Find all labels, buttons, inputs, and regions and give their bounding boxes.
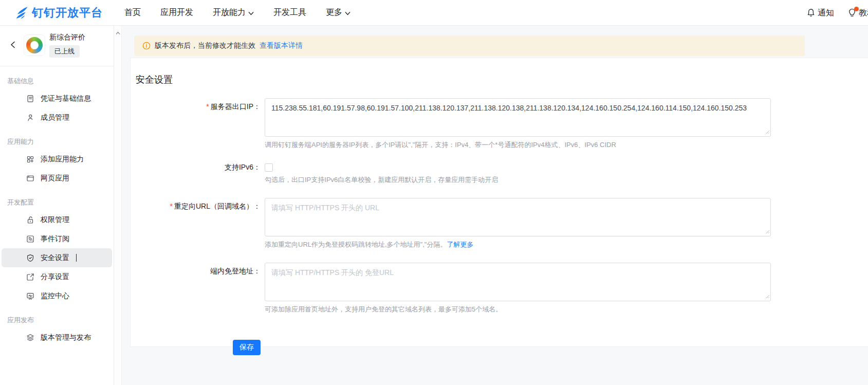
status-badge: 已上线 — [49, 45, 80, 58]
rss-icon — [26, 235, 34, 243]
chevron-left-icon — [10, 41, 16, 50]
sidebar-item-share-settings[interactable]: 分享设置 — [2, 267, 112, 286]
sidebar-item-web-app[interactable]: 网页应用 — [2, 169, 112, 188]
tutorial-button[interactable]: 教程 — [847, 8, 868, 19]
required-asterisk: * — [170, 202, 173, 210]
security-settings-card: 安全设置 *服务器出口IP： 115.238.55.181,60.191.57.… — [130, 58, 868, 347]
banner-text: 版本发布后，当前修改才能生效 — [155, 41, 255, 50]
shield-check-icon — [26, 254, 34, 262]
notification-dot — [854, 7, 859, 11]
sidebar-item-security-settings[interactable]: 安全设置 — [2, 248, 112, 267]
logo-text: 钉钉开放平台 — [32, 5, 103, 21]
required-asterisk: * — [206, 102, 209, 111]
info-icon — [142, 42, 151, 50]
view-version-details-link[interactable]: 查看版本详情 — [260, 41, 303, 50]
bell-icon — [806, 8, 816, 17]
unlock-icon — [26, 216, 34, 224]
redirect-url-help-text: 添加重定向URL作为免登授权码跳转地址,多个地址用","分隔。了解更多 — [265, 240, 771, 249]
nav-item-more[interactable]: 更多 — [326, 7, 350, 18]
member-icon — [26, 114, 34, 122]
topnav-right-tools: 通知 教程 — [806, 0, 868, 26]
chevron-down-icon — [248, 10, 254, 15]
nav-item-app-dev[interactable]: 应用开发 — [160, 7, 193, 18]
share-icon — [26, 273, 34, 281]
text-caret — [76, 254, 77, 262]
chevron-down-icon — [345, 10, 350, 15]
sidebar-item-version-release[interactable]: 版本管理与发布 — [2, 328, 112, 347]
main-content: 版本发布后，当前修改才能生效 查看版本详情 安全设置 *服务器出口IP： 115… — [122, 26, 868, 385]
browser-window-icon — [26, 174, 34, 182]
learn-more-link[interactable]: 了解更多 — [447, 241, 473, 248]
ipv6-label: 支持IPv6： — [136, 163, 261, 185]
vertical-scrollbar[interactable] — [114, 26, 122, 385]
section-title-basic-info: 基础信息 — [0, 74, 114, 89]
add-capability-icon — [26, 155, 34, 163]
server-ip-textarea[interactable]: 115.238.55.181,60.191.57.98,60.191.57.10… — [265, 98, 771, 137]
ipv6-row: 支持IPv6： 勾选后，出口IP支持IPv6白名单校验，新建应用默认开启，存量应… — [136, 163, 868, 185]
version-notice-banner: 版本发布后，当前修改才能生效 查看版本详情 — [134, 35, 805, 56]
app-logo-icon — [26, 37, 43, 53]
nav-item-open-capability[interactable]: 开放能力 — [213, 7, 254, 18]
sidebar-item-event-subscription[interactable]: 事件订阅 — [2, 229, 112, 248]
app-window: 钉钉开放平台 首页 应用开发 开放能力 开发工具 更多 — [0, 0, 868, 385]
save-button[interactable]: 保存 — [233, 340, 261, 355]
scroll-up-arrow-icon[interactable] — [116, 28, 120, 35]
ipv6-help-text: 勾选后，出口IP支持IPv6白名单校验，新建应用默认开启，存量应用需手动开启 — [265, 175, 498, 185]
sidebar-item-permissions[interactable]: 权限管理 — [2, 210, 112, 229]
monitor-icon — [26, 292, 34, 300]
sso-url-help-text: 可添加除应用首页地址外，支持用户免登的其它域名列表，最多可添加5个域名。 — [265, 305, 771, 314]
sso-url-label: 端内免登地址： — [136, 263, 261, 314]
sidebar-item-credentials[interactable]: 凭证与基础信息 — [2, 89, 112, 108]
sso-url-textarea[interactable] — [265, 263, 771, 301]
redirect-url-label: *重定向URL（回调域名）： — [136, 198, 261, 249]
sidebar: 新综合评价 已上线 基础信息 凭证与基础信息 — [0, 26, 114, 385]
ipv6-checkbox[interactable] — [265, 163, 273, 172]
credential-icon — [26, 95, 34, 103]
nav-item-home[interactable]: 首页 — [124, 7, 141, 18]
top-navbar: 钉钉开放平台 首页 应用开发 开放能力 开发工具 更多 — [0, 0, 868, 26]
server-ip-label: *服务器出口IP： — [136, 98, 261, 150]
section-title-dev-config: 开发配置 — [0, 195, 114, 210]
server-ip-help-text: 调用钉钉服务端API的服务器IP列表，多个IP请以","隔开，支持：IPv4、带… — [265, 140, 771, 150]
server-ip-row: *服务器出口IP： 115.238.55.181,60.191.57.98,60… — [136, 98, 868, 150]
sidebar-item-monitor-center[interactable]: 监控中心 — [2, 286, 112, 305]
dingtalk-logo[interactable]: 钉钉开放平台 — [14, 5, 103, 21]
divider — [0, 66, 114, 66]
app-header: 新综合评价 已上线 — [0, 26, 114, 65]
redirect-url-textarea[interactable] — [265, 198, 771, 236]
dingtalk-wing-icon — [14, 6, 29, 20]
nav-links: 首页 应用开发 开放能力 开发工具 更多 — [124, 7, 350, 18]
redirect-url-row: *重定向URL（回调域名）： 添加重定向URL作为免登授权码跳转地址,多个地址用… — [136, 198, 868, 249]
lightbulb-icon — [847, 8, 857, 17]
sidebar-item-add-capability[interactable]: 添加应用能力 — [2, 150, 112, 169]
page-title: 安全设置 — [136, 74, 868, 86]
notifications-button[interactable]: 通知 — [806, 8, 834, 19]
nav-item-dev-tools[interactable]: 开发工具 — [273, 7, 306, 18]
layers-icon — [26, 334, 34, 342]
sso-url-row: 端内免登地址： 可添加除应用首页地址外，支持用户免登的其它域名列表，最多可添加5… — [136, 263, 868, 314]
section-title-capabilities: 应用能力 — [0, 134, 114, 150]
section-title-app-release: 应用发布 — [0, 313, 114, 328]
back-button[interactable] — [7, 40, 19, 51]
app-name: 新综合评价 — [49, 33, 85, 42]
app-logo — [24, 34, 45, 56]
sidebar-item-members[interactable]: 成员管理 — [2, 108, 112, 127]
